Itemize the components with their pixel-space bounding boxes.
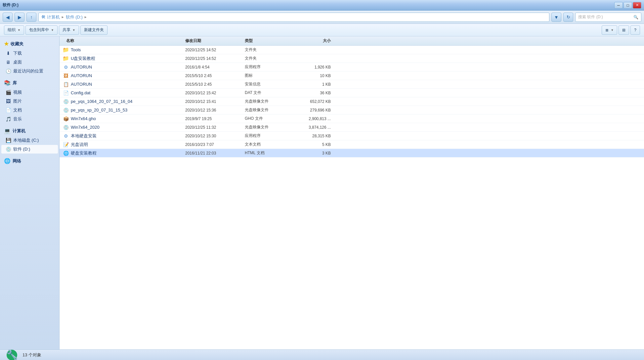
sidebar-item-music[interactable]: 🎵 音乐 bbox=[1, 115, 58, 123]
file-name: pe_yqs_1064_20_07_31_16_04 bbox=[71, 99, 133, 104]
minimize-button[interactable]: ─ bbox=[614, 2, 623, 9]
file-name-cell: 🖼 AUTORUN bbox=[60, 73, 185, 79]
file-name: 光盘说明 bbox=[71, 142, 88, 148]
table-row[interactable]: ⚙ AUTORUN 2016/1/8 4:54 应用程序 1,926 KB bbox=[60, 63, 644, 71]
search-placeholder: 搜索 软件 (D:) bbox=[578, 14, 603, 20]
sidebar-item-video[interactable]: 🎬 视频 bbox=[1, 88, 58, 97]
file-size: 3 KB bbox=[291, 151, 337, 156]
picture-label: 图片 bbox=[13, 98, 22, 104]
file-name: U盘安装教程 bbox=[71, 56, 95, 62]
sidebar-item-desktop[interactable]: 🖥 桌面 bbox=[1, 58, 58, 67]
file-name: Win7x64.gho bbox=[71, 116, 96, 121]
table-row[interactable]: 💿 Win7x64_2020 2020/12/25 11:32 光盘映像文件 3… bbox=[60, 123, 644, 132]
maximize-button[interactable]: □ bbox=[623, 2, 632, 9]
sidebar-item-recent[interactable]: 🕒 最近访问的位置 bbox=[1, 67, 58, 75]
refresh-button[interactable]: ↻ bbox=[563, 13, 573, 22]
new-folder-button[interactable]: 新建文件夹 bbox=[80, 25, 107, 35]
file-name: AUTORUN bbox=[71, 82, 92, 87]
close-button[interactable]: ✕ bbox=[633, 2, 641, 9]
breadcrumb-computer[interactable]: 🛠 计算机 bbox=[41, 14, 60, 20]
sidebar-item-download[interactable]: ⬇ 下载 bbox=[1, 49, 58, 58]
file-name: 硬盘安装教程 bbox=[71, 150, 97, 156]
up-button[interactable]: ↑ bbox=[26, 13, 36, 22]
file-date: 2019/9/7 19:25 bbox=[185, 116, 245, 121]
file-name-cell: 📁 Tools bbox=[60, 47, 185, 53]
col-name-header[interactable]: 名称 bbox=[60, 38, 185, 44]
library-label: 库 bbox=[13, 80, 17, 86]
download-label: 下载 bbox=[13, 50, 22, 56]
file-date: 2020/12/25 14:52 bbox=[185, 48, 245, 52]
organize-label: 组织 bbox=[8, 27, 16, 33]
table-row[interactable]: 💿 pe_yqs_1064_20_07_31_16_04 2020/10/12 … bbox=[60, 97, 644, 106]
organize-button[interactable]: 组织 ▼ bbox=[4, 25, 24, 35]
favorites-label: 收藏夹 bbox=[11, 41, 23, 47]
table-row[interactable]: 📦 Win7x64.gho 2019/9/7 19:25 GHO 文件 2,90… bbox=[60, 114, 644, 123]
file-icon: 🌐 bbox=[63, 150, 69, 156]
titlebar-title: 软件 (D:) bbox=[3, 2, 19, 8]
file-date: 2016/10/23 7:07 bbox=[185, 142, 245, 147]
table-row[interactable]: 📁 U盘安装教程 2020/12/25 14:52 文件夹 bbox=[60, 54, 644, 63]
file-date: 2015/5/10 2:45 bbox=[185, 73, 245, 78]
table-row[interactable]: 🖼 AUTORUN 2015/5/10 2:45 图标 10 KB bbox=[60, 71, 644, 80]
document-icon: 📄 bbox=[5, 107, 11, 113]
share-button[interactable]: 共享 ▼ bbox=[59, 25, 79, 35]
breadcrumb-drive[interactable]: 软件 (D:) bbox=[66, 14, 83, 20]
table-row[interactable]: 🌐 硬盘安装教程 2016/11/21 22:03 HTML 文档 3 KB bbox=[60, 149, 644, 158]
col-date-header[interactable]: 修改日期 bbox=[185, 38, 245, 44]
sidebar-item-picture[interactable]: 🖼 图片 bbox=[1, 97, 58, 106]
search-box[interactable]: 搜索 软件 (D:) 🔍 bbox=[575, 13, 641, 22]
file-type: 光盘映像文件 bbox=[245, 107, 291, 113]
music-icon: 🎵 bbox=[5, 116, 11, 122]
local-c-label: 本地磁盘 (C:) bbox=[13, 137, 39, 143]
file-type: 光盘映像文件 bbox=[245, 99, 291, 104]
recent-icon: 🕒 bbox=[5, 68, 11, 74]
dropdown-button[interactable]: ▼ bbox=[551, 13, 561, 22]
table-row[interactable]: 📄 Config.dat 2020/10/12 15:42 DAT 文件 36 … bbox=[60, 89, 644, 97]
table-row[interactable]: 📋 AUTORUN 2015/5/10 2:45 安装信息 1 KB bbox=[60, 80, 644, 89]
file-icon: 📁 bbox=[63, 56, 69, 62]
back-button[interactable]: ◀ bbox=[3, 13, 13, 22]
col-type-header[interactable]: 类型 bbox=[245, 38, 291, 44]
file-type: HTML 文档 bbox=[245, 150, 291, 156]
file-size: 3,874,126 ... bbox=[291, 125, 337, 130]
local-c-icon: 💾 bbox=[5, 137, 11, 143]
library-header[interactable]: 📚 库 bbox=[0, 78, 59, 88]
forward-button[interactable]: ▶ bbox=[15, 13, 24, 22]
sidebar-item-document[interactable]: 📄 文档 bbox=[1, 106, 58, 114]
view-button[interactable]: ≣ ▼ bbox=[602, 25, 617, 35]
favorites-header[interactable]: ★ 收藏夹 bbox=[0, 39, 59, 49]
col-size-header[interactable]: 大小 bbox=[291, 38, 337, 44]
favorites-star-icon: ★ bbox=[4, 41, 9, 47]
help-button[interactable]: ? bbox=[630, 25, 640, 35]
video-icon: 🎬 bbox=[5, 89, 11, 95]
sidebar-item-local-c[interactable]: 💾 本地磁盘 (C:) bbox=[1, 136, 58, 145]
table-row[interactable]: 📝 光盘说明 2016/10/23 7:07 文本文档 5 KB bbox=[60, 140, 644, 149]
include-library-button[interactable]: 包含到库中 ▼ bbox=[25, 25, 58, 35]
file-date: 2020/10/12 15:42 bbox=[185, 91, 245, 95]
file-type: 文件夹 bbox=[245, 47, 291, 53]
file-name: Config.dat bbox=[71, 90, 90, 95]
sidebar-item-software-d[interactable]: 💿 软件 (D:) bbox=[1, 145, 58, 154]
file-icon: 📄 bbox=[63, 90, 69, 96]
address-breadcrumb[interactable]: 🛠 计算机 ► 软件 (D:) ► bbox=[38, 13, 549, 22]
table-row[interactable]: ⚙ 本地硬盘安装 2020/10/12 15:30 应用程序 28,315 KB bbox=[60, 132, 644, 140]
music-label: 音乐 bbox=[13, 116, 22, 122]
table-row[interactable]: 💿 pe_yqs_xp_20_07_31_15_53 2020/10/12 15… bbox=[60, 106, 644, 114]
recent-label: 最近访问的位置 bbox=[13, 68, 43, 74]
network-icon: 🌐 bbox=[4, 158, 11, 164]
computer-header[interactable]: 💻 计算机 bbox=[0, 126, 59, 136]
share-chevron-icon: ▼ bbox=[72, 28, 75, 32]
file-size: 279,696 KB bbox=[291, 108, 337, 112]
computer-section: 💻 计算机 💾 本地磁盘 (C:) 💿 软件 (D:) bbox=[0, 126, 59, 154]
file-name-cell: 📄 Config.dat bbox=[60, 90, 185, 96]
change-view-button[interactable]: ⊞ bbox=[619, 25, 629, 35]
library-section: 📚 库 🎬 视频 🖼 图片 📄 文档 🎵 音乐 bbox=[0, 78, 59, 123]
file-icon: 📋 bbox=[63, 81, 69, 87]
include-chevron-icon: ▼ bbox=[51, 28, 54, 32]
table-row[interactable]: 📁 Tools 2020/12/25 14:52 文件夹 bbox=[60, 46, 644, 54]
organize-chevron-icon: ▼ bbox=[18, 28, 21, 32]
file-size: 5 KB bbox=[291, 142, 337, 147]
network-header[interactable]: 🌐 网络 bbox=[0, 156, 59, 166]
file-type: 光盘映像文件 bbox=[245, 124, 291, 130]
file-date: 2020/10/12 15:30 bbox=[185, 134, 245, 138]
